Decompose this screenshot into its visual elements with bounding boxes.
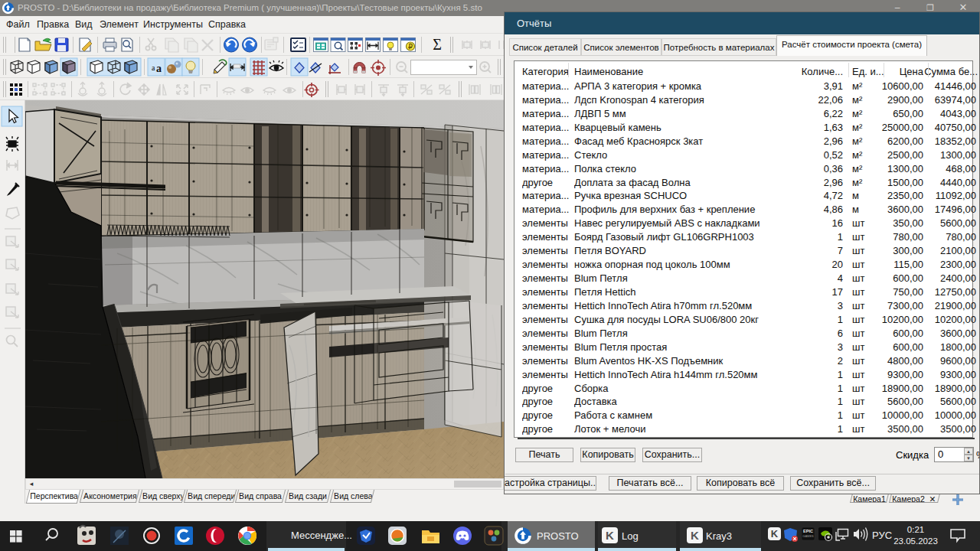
svg-text:GAMES: GAMES xyxy=(802,534,814,538)
svg-text:₽: ₽ xyxy=(408,43,413,51)
svg-text:a: a xyxy=(152,64,155,72)
svg-text:EPIC: EPIC xyxy=(803,529,813,533)
svg-text:Σ: Σ xyxy=(433,36,442,53)
svg-text:K: K xyxy=(771,528,779,540)
svg-text:a: a xyxy=(156,63,162,74)
